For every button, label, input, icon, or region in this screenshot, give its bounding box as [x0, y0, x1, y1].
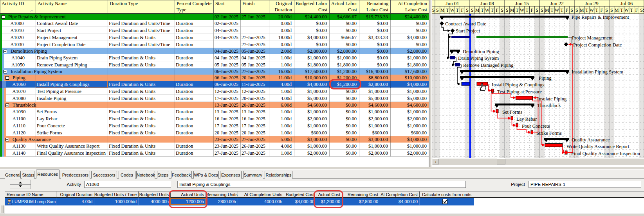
- svg-text:S: S: [436, 7, 439, 13]
- svg-text:Final Quality Assurance Inspec: Final Quality Assurance Inspection: [571, 151, 640, 156]
- svg-text:Jun 08: Jun 08: [480, 0, 494, 6]
- svg-text:Test Piping at Pressure: Test Piping at Pressure: [497, 89, 542, 95]
- svg-text:T: T: [481, 7, 484, 13]
- svg-text:Jun 15: Jun 15: [515, 0, 529, 6]
- svg-text:T: T: [630, 7, 633, 13]
- svg-text:T: T: [516, 7, 519, 13]
- svg-text:F: F: [461, 7, 464, 13]
- svg-text:S: S: [536, 7, 538, 13]
- svg-text:Jun 22: Jun 22: [550, 0, 563, 6]
- svg-text:S: S: [506, 7, 509, 13]
- svg-text:S: S: [501, 7, 503, 13]
- svg-text:W: W: [590, 7, 594, 13]
- svg-text:T: T: [585, 7, 588, 13]
- svg-text:Lay Rebar: Lay Rebar: [516, 116, 537, 122]
- svg-text:Write Quality Assurance Report: Write Quality Assurance Report: [566, 144, 630, 149]
- svg-text:T: T: [526, 7, 529, 13]
- svg-text:Jun 29: Jun 29: [585, 0, 598, 6]
- svg-text:F: F: [635, 7, 638, 13]
- svg-text:M: M: [545, 7, 549, 13]
- svg-text:T: T: [550, 7, 554, 13]
- svg-text:M: M: [580, 7, 584, 13]
- svg-text:Start Project: Start Project: [456, 28, 480, 34]
- svg-text:S: S: [605, 7, 608, 13]
- svg-text:Set Forms: Set Forms: [502, 109, 522, 115]
- svg-text:F: F: [601, 7, 603, 13]
- svg-text:Jun 01: Jun 01: [446, 0, 459, 6]
- svg-text:M: M: [440, 7, 445, 13]
- svg-text:M: M: [510, 7, 514, 13]
- svg-text:F: F: [496, 7, 499, 13]
- svg-text:F: F: [566, 7, 568, 13]
- svg-text:Installation Piping System: Installation Piping System: [572, 69, 623, 75]
- svg-text:Quality Assuarance: Quality Assuarance: [572, 137, 610, 143]
- svg-text:Project Management: Project Management: [572, 35, 613, 41]
- svg-text:Drain Piping System: Drain Piping System: [458, 55, 499, 61]
- svg-text:W: W: [555, 7, 559, 13]
- svg-text:Pour Concrete: Pour Concrete: [522, 123, 550, 129]
- svg-text:T: T: [620, 7, 623, 13]
- svg-text:Project Completion Date: Project Completion Date: [573, 42, 622, 48]
- svg-text:S: S: [643, 7, 644, 13]
- svg-text:M: M: [615, 7, 619, 13]
- svg-text:Piping: Piping: [539, 75, 552, 81]
- svg-text:Strike Forms: Strike Forms: [536, 130, 562, 136]
- svg-text:F: F: [531, 7, 534, 13]
- svg-text:S: S: [575, 7, 578, 13]
- svg-text:T: T: [491, 7, 494, 13]
- svg-text:W: W: [485, 7, 490, 13]
- svg-text:Pipe Repairs & Improvement: Pipe Repairs & Improvement: [572, 14, 629, 20]
- svg-text:Jul 06: Jul 06: [621, 0, 633, 6]
- svg-text:Install Piping & Couplings: Install Piping & Couplings: [492, 82, 545, 87]
- svg-text:T: T: [456, 7, 459, 13]
- svg-text:Insulate Piping: Insulate Piping: [537, 96, 567, 102]
- svg-text:M: M: [475, 7, 480, 13]
- svg-text:T: T: [446, 7, 449, 13]
- svg-text:S: S: [471, 7, 474, 13]
- svg-text:W: W: [520, 7, 525, 13]
- svg-text:Remove Damaged Piping: Remove Damaged Piping: [463, 62, 514, 68]
- svg-text:Thrustblock: Thrustblock: [537, 103, 561, 108]
- svg-text:Demolition Piping: Demolition Piping: [463, 49, 499, 54]
- svg-text:S: S: [610, 7, 613, 13]
- svg-text:W: W: [624, 7, 629, 13]
- svg-text:T: T: [595, 7, 599, 13]
- svg-text:S: S: [541, 7, 543, 13]
- svg-text:Contract Award Date: Contract Award Date: [445, 21, 487, 27]
- svg-text:S: S: [432, 7, 435, 13]
- svg-text:S: S: [466, 7, 469, 13]
- svg-text:T: T: [561, 7, 564, 13]
- svg-text:S: S: [570, 7, 573, 13]
- svg-text:W: W: [450, 7, 455, 13]
